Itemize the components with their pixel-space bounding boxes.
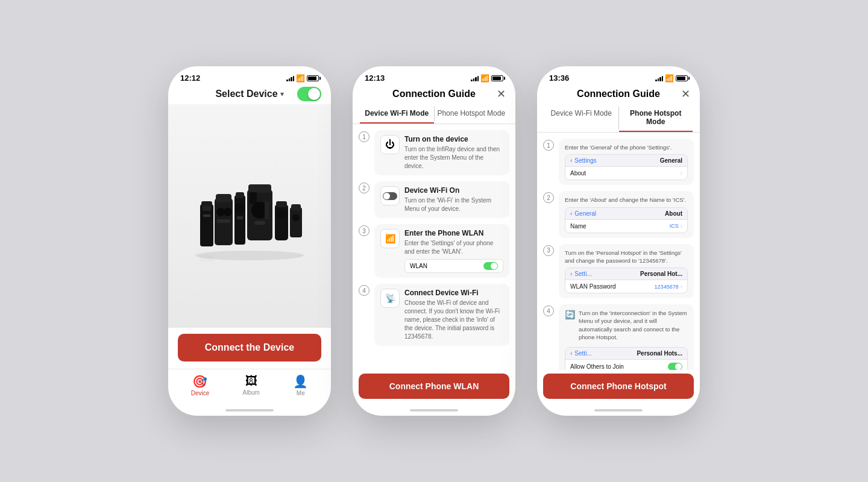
- settings-row-about: About ›: [565, 167, 687, 180]
- about-arrow: ›: [681, 170, 682, 177]
- step-3-num: 3: [359, 225, 370, 236]
- battery-icon-1: [307, 75, 319, 81]
- battery-icon-2: [491, 75, 503, 81]
- nav-me[interactable]: 👤 Me: [293, 374, 308, 396]
- allow-label: Allow Others to Join: [570, 363, 624, 370]
- status-icons-2: 📶: [471, 74, 503, 83]
- tab-hotspot-2[interactable]: Phone Hotspot Mode: [435, 104, 509, 124]
- step3-4-row: 4 🔄 Turn on the 'Interconnection' in the…: [543, 304, 694, 370]
- svg-rect-16: [250, 192, 257, 204]
- step3-1-desc: Enter the 'General' of the phone 'Settin…: [565, 143, 688, 151]
- time-3: 13:36: [549, 74, 569, 83]
- svg-rect-13: [237, 216, 243, 219]
- back-arrow-3: ‹: [570, 271, 572, 277]
- step3-4-card: 🔄 Turn on the 'Interconnection' in the S…: [559, 304, 694, 370]
- step-4-card: 📡 Connect Device Wi-Fi Choose the Wi-Fi …: [374, 284, 509, 346]
- status-icons-1: 📶: [286, 74, 319, 83]
- close-button-2[interactable]: ✕: [497, 87, 506, 101]
- wifi-toggle-icon: [383, 192, 397, 200]
- settings-back-label-4: Setti...: [574, 350, 591, 357]
- wlan-pw-label: WLAN Password: [570, 283, 616, 290]
- tab-bar-2: Device Wi-Fi Mode Phone Hotspot Mode: [353, 104, 515, 124]
- signal-icon-3: [655, 75, 663, 81]
- time-2: 12:13: [365, 74, 385, 83]
- close-button-3[interactable]: ✕: [681, 87, 690, 101]
- tab-device-wifi-2[interactable]: Device Wi-Fi Mode: [360, 104, 434, 124]
- svg-rect-23: [290, 207, 302, 237]
- step3-4-mock: ‹ Setti... Personal Hots... Allow Others…: [565, 347, 688, 370]
- wlan-pw-value: 12345678: [655, 284, 679, 290]
- name-value: ICS: [670, 223, 679, 229]
- step-3-content: Enter the Phone WLAN Enter the 'Settings…: [404, 229, 503, 273]
- me-nav-icon: 👤: [293, 374, 308, 389]
- connect-device-button[interactable]: Connect the Device: [178, 334, 321, 362]
- svg-rect-19: [265, 201, 269, 219]
- connect-wlan-button[interactable]: Connect Phone WLAN: [359, 374, 509, 399]
- step-3-title: Enter the Phone WLAN: [404, 229, 503, 237]
- wlan-toggle-row: WLAN: [404, 259, 503, 273]
- power-toggle[interactable]: [297, 87, 321, 101]
- svg-rect-10: [234, 195, 245, 245]
- svg-rect-9: [217, 219, 230, 223]
- step3-3-mock: ‹ Setti... Personal Hot... WLAN Password…: [565, 268, 688, 293]
- home-indicator-3: [537, 405, 700, 416]
- step3-1-num: 1: [543, 140, 554, 151]
- step3-3-mock-header: ‹ Setti... Personal Hot...: [565, 268, 687, 280]
- toggle-knob: [308, 88, 320, 100]
- step-2-icon: [380, 186, 400, 205]
- album-nav-icon: 🖼: [245, 374, 257, 388]
- step-2-content: Device Wi-Fi On Turn on the 'Wi-Fi' in t…: [404, 186, 503, 213]
- step-1-card: ⏻ Turn on the device Turn on the InfiRay…: [374, 130, 509, 175]
- step3-1-card: Enter the 'General' of the phone 'Settin…: [559, 139, 694, 185]
- settings-back-label-3: Setti...: [574, 271, 591, 277]
- back-arrow-1: ‹: [570, 157, 572, 164]
- step-4-desc: Choose the Wi-Fi of device and connect. …: [404, 299, 503, 341]
- settings-row-wlan-pw: WLAN Password 12345678 ›: [565, 280, 687, 293]
- step3-4-num: 4: [543, 305, 554, 316]
- svg-rect-21: [276, 201, 287, 207]
- settings-back-label-1: Settings: [574, 157, 596, 164]
- interconnection-icon: 🔄: [565, 310, 575, 319]
- phone-2: 12:13 📶 Connection Guide ✕ Device Wi-Fi …: [353, 66, 515, 416]
- settings-title-4: Personal Hots...: [637, 350, 682, 357]
- tab-bar-3: Device Wi-Fi Mode Phone Hotspot Mode: [537, 104, 700, 133]
- wifi-icon-2: 📶: [480, 74, 489, 83]
- step-4-title: Connect Device Wi-Fi: [404, 289, 503, 297]
- step-2-title: Device Wi-Fi On: [404, 186, 503, 195]
- nav-device[interactable]: 🎯 Device: [191, 374, 210, 396]
- tab-device-wifi-3[interactable]: Device Wi-Fi Mode: [544, 104, 618, 132]
- status-bar-1: 12:12 📶: [168, 66, 331, 85]
- about-label: About: [570, 170, 586, 177]
- svg-point-22: [277, 210, 286, 219]
- step3-2-card: Enter the 'About' and change the Name to…: [559, 191, 694, 237]
- svg-point-12: [234, 203, 245, 214]
- step-4-icon: 📡: [380, 289, 400, 308]
- svg-rect-3: [203, 206, 211, 211]
- tab-hotspot-3[interactable]: Phone Hotspot Mode: [619, 104, 693, 132]
- step3-4-desc: Turn on the 'Interconnection' in the Sys…: [579, 309, 688, 341]
- connect-hotspot-button[interactable]: Connect Phone Hotspot: [543, 374, 694, 399]
- back-arrow-4: ‹: [570, 350, 572, 357]
- device-nav-icon: 🎯: [192, 374, 207, 389]
- status-bar-2: 12:13 📶: [353, 66, 515, 85]
- wifi-icon-3: 📶: [665, 74, 674, 83]
- step3-2-mock: ‹ General About Name ICS ›: [565, 207, 688, 233]
- home-indicator-1: [168, 405, 331, 416]
- wlan-pw-value-row: 12345678 ›: [655, 283, 682, 290]
- step3-1-mock: ‹ Settings General About ›: [565, 154, 688, 180]
- step-3-row: 3 📶 Enter the Phone WLAN Enter the 'Sett…: [359, 224, 509, 278]
- step-3-card: 📶 Enter the Phone WLAN Enter the 'Settin…: [374, 224, 509, 278]
- nav-album[interactable]: 🖼 Album: [243, 374, 260, 396]
- settings-title-2: About: [665, 210, 682, 217]
- step3-3-num: 3: [543, 245, 554, 256]
- dropdown-arrow[interactable]: ▾: [280, 90, 284, 98]
- step3-1-row: 1 Enter the 'General' of the phone 'Sett…: [543, 139, 694, 185]
- step-3-desc: Enter the 'Settings' of your phone and e…: [404, 239, 503, 256]
- svg-rect-26: [200, 255, 213, 261]
- step3-4-mock-header: ‹ Setti... Personal Hots...: [565, 348, 687, 360]
- nav-device-label: Device: [191, 390, 210, 396]
- device-image-area: [168, 104, 331, 328]
- wifi-icon-1: 📶: [296, 74, 305, 83]
- svg-rect-11: [236, 192, 244, 198]
- allow-toggle: [668, 363, 682, 370]
